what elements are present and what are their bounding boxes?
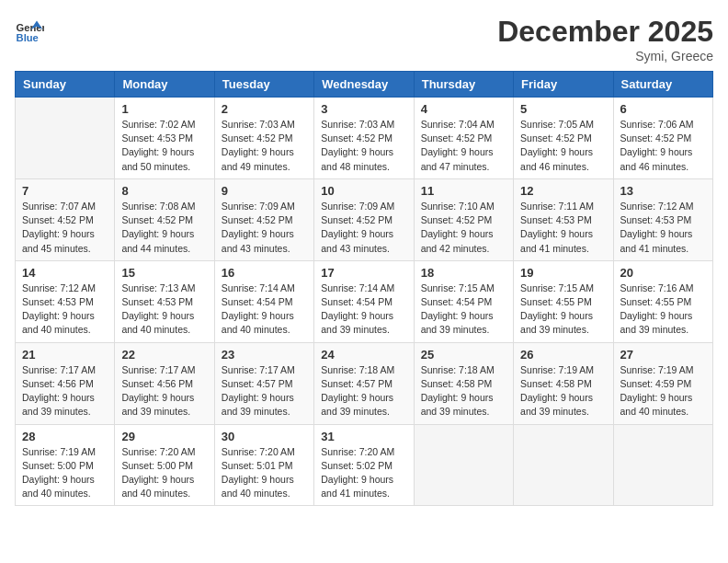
day-number: 12: [520, 184, 606, 198]
calendar-cell: 30Sunrise: 7:20 AM Sunset: 5:01 PM Dayli…: [214, 424, 313, 506]
calendar-header-row: SundayMondayTuesdayWednesdayThursdayFrid…: [16, 72, 713, 98]
day-number: 8: [121, 184, 207, 198]
calendar-cell: 10Sunrise: 7:09 AM Sunset: 4:52 PM Dayli…: [314, 178, 414, 260]
day-info: Sunrise: 7:07 AM Sunset: 4:52 PM Dayligh…: [22, 200, 108, 256]
day-info: Sunrise: 7:20 AM Sunset: 5:01 PM Dayligh…: [222, 445, 307, 501]
calendar-cell: 18Sunrise: 7:15 AM Sunset: 4:54 PM Dayli…: [414, 260, 513, 342]
calendar-cell: 14Sunrise: 7:12 AM Sunset: 4:53 PM Dayli…: [16, 260, 115, 342]
logo: General Blue: [15, 15, 44, 44]
day-number: 26: [520, 348, 606, 362]
calendar-cell: 11Sunrise: 7:10 AM Sunset: 4:52 PM Dayli…: [414, 178, 513, 260]
day-number: 3: [321, 102, 406, 116]
day-info: Sunrise: 7:16 AM Sunset: 4:55 PM Dayligh…: [620, 282, 706, 338]
day-number: 19: [520, 266, 606, 280]
day-number: 1: [121, 102, 207, 116]
day-number: 5: [520, 102, 606, 116]
day-info: Sunrise: 7:06 AM Sunset: 4:52 PM Dayligh…: [620, 118, 706, 174]
calendar-cell: 25Sunrise: 7:18 AM Sunset: 4:58 PM Dayli…: [414, 342, 513, 424]
calendar-cell: [613, 424, 712, 506]
day-number: 2: [222, 102, 307, 116]
day-number: 31: [321, 430, 406, 443]
day-number: 15: [121, 266, 207, 280]
day-info: Sunrise: 7:08 AM Sunset: 4:52 PM Dayligh…: [121, 200, 207, 256]
col-header-thursday: Thursday: [414, 72, 513, 98]
day-info: Sunrise: 7:17 AM Sunset: 4:56 PM Dayligh…: [22, 363, 108, 419]
day-info: Sunrise: 7:05 AM Sunset: 4:52 PM Dayligh…: [520, 118, 606, 174]
day-info: Sunrise: 7:15 AM Sunset: 4:55 PM Dayligh…: [520, 282, 606, 338]
calendar-cell: 4Sunrise: 7:04 AM Sunset: 4:52 PM Daylig…: [414, 98, 513, 179]
calendar-week-3: 14Sunrise: 7:12 AM Sunset: 4:53 PM Dayli…: [16, 260, 713, 342]
calendar-cell: 1Sunrise: 7:02 AM Sunset: 4:53 PM Daylig…: [115, 98, 214, 179]
calendar-cell: 12Sunrise: 7:11 AM Sunset: 4:53 PM Dayli…: [514, 178, 613, 260]
calendar-week-2: 7Sunrise: 7:07 AM Sunset: 4:52 PM Daylig…: [16, 178, 713, 260]
day-info: Sunrise: 7:18 AM Sunset: 4:58 PM Dayligh…: [421, 363, 506, 419]
day-number: 6: [620, 102, 706, 116]
calendar-cell: 15Sunrise: 7:13 AM Sunset: 4:53 PM Dayli…: [115, 260, 214, 342]
calendar-cell: 2Sunrise: 7:03 AM Sunset: 4:52 PM Daylig…: [214, 98, 313, 179]
day-info: Sunrise: 7:19 AM Sunset: 4:59 PM Dayligh…: [620, 363, 706, 419]
calendar-cell: 3Sunrise: 7:03 AM Sunset: 4:52 PM Daylig…: [314, 98, 414, 179]
day-info: Sunrise: 7:11 AM Sunset: 4:53 PM Dayligh…: [520, 200, 606, 256]
calendar-cell: 22Sunrise: 7:17 AM Sunset: 4:56 PM Dayli…: [115, 342, 214, 424]
calendar-cell: [414, 424, 513, 506]
day-number: 21: [22, 348, 108, 362]
calendar-table: SundayMondayTuesdayWednesdayThursdayFrid…: [15, 71, 713, 506]
day-info: Sunrise: 7:02 AM Sunset: 4:53 PM Dayligh…: [121, 118, 207, 174]
page-header: General Blue December 2025 Symi, Greece: [15, 15, 713, 63]
day-number: 30: [222, 430, 307, 443]
day-number: 29: [121, 430, 207, 443]
day-number: 13: [620, 184, 706, 198]
calendar-cell: 29Sunrise: 7:20 AM Sunset: 5:00 PM Dayli…: [115, 424, 214, 506]
day-number: 7: [22, 184, 108, 198]
calendar-cell: [16, 98, 115, 179]
day-number: 9: [222, 184, 307, 198]
day-info: Sunrise: 7:09 AM Sunset: 4:52 PM Dayligh…: [222, 200, 307, 256]
day-info: Sunrise: 7:14 AM Sunset: 4:54 PM Dayligh…: [222, 282, 307, 338]
day-number: 23: [222, 348, 307, 362]
calendar-cell: 8Sunrise: 7:08 AM Sunset: 4:52 PM Daylig…: [115, 178, 214, 260]
calendar-week-5: 28Sunrise: 7:19 AM Sunset: 5:00 PM Dayli…: [16, 424, 713, 506]
day-info: Sunrise: 7:13 AM Sunset: 4:53 PM Dayligh…: [121, 282, 207, 338]
calendar-cell: 7Sunrise: 7:07 AM Sunset: 4:52 PM Daylig…: [16, 178, 115, 260]
month-year: December 2025: [497, 15, 713, 49]
calendar-cell: 20Sunrise: 7:16 AM Sunset: 4:55 PM Dayli…: [613, 260, 712, 342]
day-info: Sunrise: 7:03 AM Sunset: 4:52 PM Dayligh…: [222, 118, 307, 174]
day-info: Sunrise: 7:04 AM Sunset: 4:52 PM Dayligh…: [421, 118, 506, 174]
day-info: Sunrise: 7:19 AM Sunset: 5:00 PM Dayligh…: [22, 445, 108, 501]
calendar-week-1: 1Sunrise: 7:02 AM Sunset: 4:53 PM Daylig…: [16, 98, 713, 179]
calendar-cell: 24Sunrise: 7:18 AM Sunset: 4:57 PM Dayli…: [314, 342, 414, 424]
day-number: 18: [421, 266, 506, 280]
location: Symi, Greece: [497, 49, 713, 63]
day-info: Sunrise: 7:18 AM Sunset: 4:57 PM Dayligh…: [321, 363, 406, 419]
calendar-cell: 6Sunrise: 7:06 AM Sunset: 4:52 PM Daylig…: [613, 98, 712, 179]
day-number: 28: [22, 430, 108, 443]
day-number: 25: [421, 348, 506, 362]
calendar-cell: 13Sunrise: 7:12 AM Sunset: 4:53 PM Dayli…: [613, 178, 712, 260]
calendar-cell: 5Sunrise: 7:05 AM Sunset: 4:52 PM Daylig…: [514, 98, 613, 179]
calendar-cell: 21Sunrise: 7:17 AM Sunset: 4:56 PM Dayli…: [16, 342, 115, 424]
col-header-sunday: Sunday: [16, 72, 115, 98]
calendar-week-4: 21Sunrise: 7:17 AM Sunset: 4:56 PM Dayli…: [16, 342, 713, 424]
logo-icon: General Blue: [15, 15, 44, 44]
day-info: Sunrise: 7:20 AM Sunset: 5:02 PM Dayligh…: [321, 445, 406, 501]
calendar-cell: 28Sunrise: 7:19 AM Sunset: 5:00 PM Dayli…: [16, 424, 115, 506]
col-header-wednesday: Wednesday: [314, 72, 414, 98]
calendar-cell: 26Sunrise: 7:19 AM Sunset: 4:58 PM Dayli…: [514, 342, 613, 424]
day-info: Sunrise: 7:10 AM Sunset: 4:52 PM Dayligh…: [421, 200, 506, 256]
col-header-monday: Monday: [115, 72, 214, 98]
day-info: Sunrise: 7:17 AM Sunset: 4:57 PM Dayligh…: [222, 363, 307, 419]
day-info: Sunrise: 7:20 AM Sunset: 5:00 PM Dayligh…: [121, 445, 207, 501]
day-info: Sunrise: 7:09 AM Sunset: 4:52 PM Dayligh…: [321, 200, 406, 256]
calendar-cell: 31Sunrise: 7:20 AM Sunset: 5:02 PM Dayli…: [314, 424, 414, 506]
day-number: 24: [321, 348, 406, 362]
col-header-friday: Friday: [514, 72, 613, 98]
calendar-cell: 9Sunrise: 7:09 AM Sunset: 4:52 PM Daylig…: [214, 178, 313, 260]
calendar-cell: 23Sunrise: 7:17 AM Sunset: 4:57 PM Dayli…: [214, 342, 313, 424]
calendar-cell: 27Sunrise: 7:19 AM Sunset: 4:59 PM Dayli…: [613, 342, 712, 424]
day-number: 4: [421, 102, 506, 116]
day-info: Sunrise: 7:12 AM Sunset: 4:53 PM Dayligh…: [22, 282, 108, 338]
day-info: Sunrise: 7:12 AM Sunset: 4:53 PM Dayligh…: [620, 200, 706, 256]
day-number: 14: [22, 266, 108, 280]
day-number: 11: [421, 184, 506, 198]
day-info: Sunrise: 7:14 AM Sunset: 4:54 PM Dayligh…: [321, 282, 406, 338]
